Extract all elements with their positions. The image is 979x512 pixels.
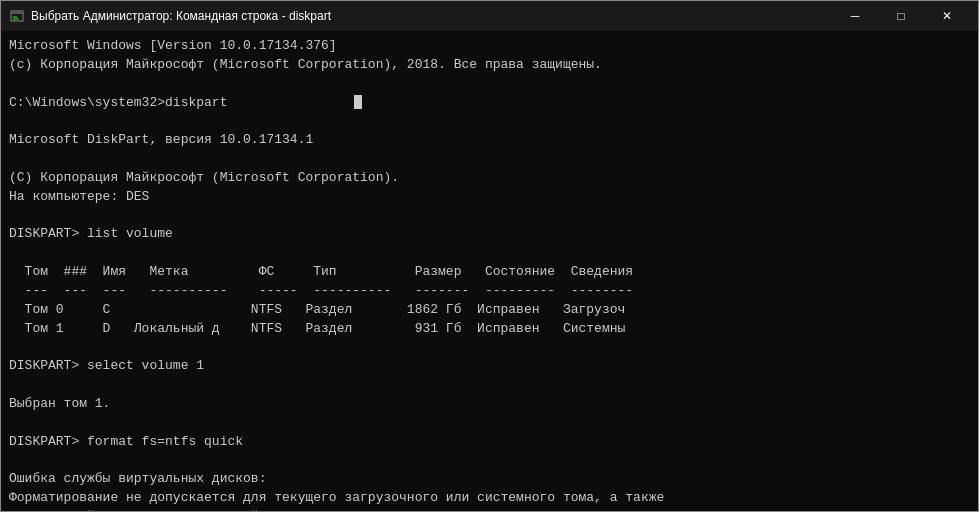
console-line: Том ### Имя Метка ФС Тип Размер Состояни… (9, 263, 970, 282)
console-line: Форматирование не допускается для текуще… (9, 489, 970, 508)
cmd-window: Выбрать Администратор: Командная строка … (0, 0, 979, 512)
console-line: Microsoft Windows [Version 10.0.17134.37… (9, 37, 970, 56)
console-line: (С) Корпорация Майкрософт (Microsoft Cor… (9, 169, 970, 188)
titlebar-buttons: ─ □ ✕ (832, 1, 970, 31)
maximize-button[interactable]: □ (878, 1, 924, 31)
console-line (9, 112, 970, 131)
window-title: Выбрать Администратор: Командная строка … (31, 9, 832, 23)
close-button[interactable]: ✕ (924, 1, 970, 31)
console-line: DISKPART> select volume 1 (9, 357, 970, 376)
console-line: томов с файлами подкачки, аварийного дам… (9, 508, 970, 511)
console-line (9, 207, 970, 226)
console-line: Том 1 D Локальный д NTFS Раздел 931 Гб И… (9, 320, 970, 339)
titlebar: Выбрать Администратор: Командная строка … (1, 1, 978, 31)
minimize-button[interactable]: ─ (832, 1, 878, 31)
console-line: На компьютере: DES (9, 188, 970, 207)
console-line: Microsoft DiskPart, версия 10.0.17134.1 (9, 131, 970, 150)
console-line (9, 244, 970, 263)
console-line (9, 150, 970, 169)
console-line (9, 339, 970, 358)
console-line: DISKPART> list volume (9, 225, 970, 244)
console-line: Том 0 C NTFS Раздел 1862 Гб Исправен Заг… (9, 301, 970, 320)
console-line: C:\Windows\system32>diskpart (9, 94, 970, 113)
console-line: Выбран том 1. (9, 395, 970, 414)
cursor (354, 95, 362, 109)
console-line: DISKPART> format fs=ntfs quick (9, 433, 970, 452)
console-line (9, 452, 970, 471)
console-line (9, 376, 970, 395)
console-line: Ошибка службы виртуальных дисков: (9, 470, 970, 489)
console-line: (с) Корпорация Майкрософт (Microsoft Cor… (9, 56, 970, 75)
svg-rect-1 (11, 11, 23, 14)
console-line (9, 414, 970, 433)
titlebar-icon (9, 8, 25, 24)
console-area[interactable]: Microsoft Windows [Version 10.0.17134.37… (1, 31, 978, 511)
console-line: --- --- --- ---------- ----- ---------- … (9, 282, 970, 301)
console-line (9, 75, 970, 94)
